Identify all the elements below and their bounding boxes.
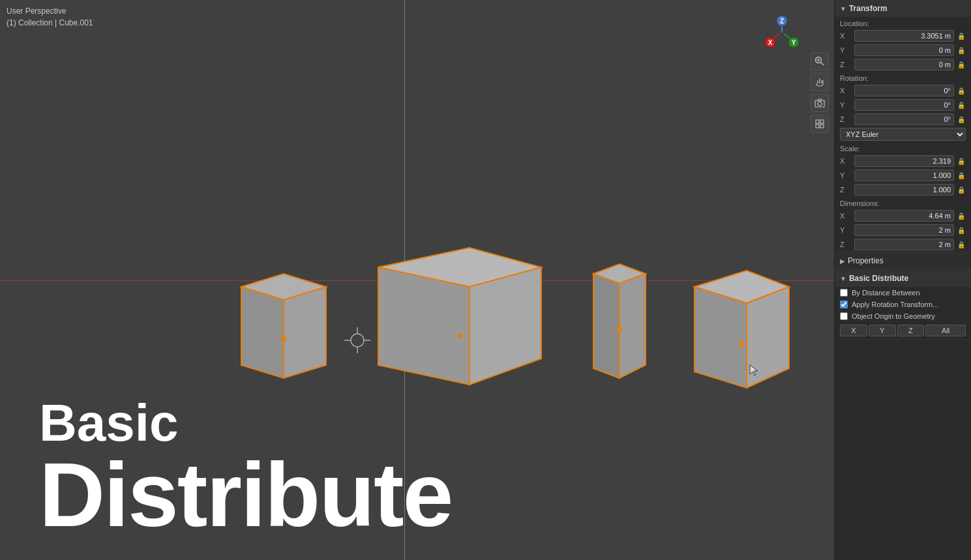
dim-y-label: Y [840, 226, 852, 234]
all-button[interactable]: All [925, 325, 966, 336]
dim-x-input[interactable] [854, 210, 954, 222]
scale-x-row: X 🔒 [835, 154, 971, 168]
svg-line-24 [821, 63, 824, 66]
dim-z-lock: 🔒 [957, 241, 966, 248]
scale-y-label: Y [840, 171, 852, 179]
scale-label: Scale: [835, 142, 971, 154]
svg-line-41 [784, 34, 790, 38]
location-y-input[interactable] [854, 44, 954, 56]
nav-icons-panel [811, 52, 829, 133]
location-y-row: Y 🔒 [835, 43, 971, 57]
location-x-input[interactable] [854, 30, 954, 42]
cube1[interactable] [241, 274, 326, 378]
svg-rect-32 [816, 125, 819, 128]
svg-marker-4 [284, 287, 326, 378]
objects-container [0, 0, 834, 560]
basic-distribute-header[interactable]: ▼ Basic Distribute [835, 270, 971, 287]
rotation-y-row: Y 🔒 [835, 98, 971, 112]
svg-text:Y: Y [792, 39, 796, 46]
scale-x-lock: 🔒 [957, 158, 966, 165]
origin-to-geometry-row: Object Origin to Geometry [835, 310, 971, 322]
scale-x-input[interactable] [854, 155, 954, 167]
transform-section: ▼ Transform Location: X 🔒 Y 🔒 Z 🔒 Rotati… [835, 0, 971, 252]
3d-cursor [344, 327, 370, 353]
scale-y-lock: 🔒 [957, 172, 966, 179]
svg-marker-15 [695, 287, 747, 388]
svg-marker-3 [241, 287, 284, 378]
apply-rotation-checkbox[interactable] [840, 301, 848, 308]
rotation-x-row: X 🔒 [835, 83, 971, 98]
cubes-svg [0, 39, 834, 482]
scale-z-label: Z [840, 186, 852, 194]
axis-gizmo[interactable]: Z Y X [762, 13, 801, 52]
apply-rotation-row: Apply Rotation Transform... [835, 299, 971, 310]
cube4[interactable] [695, 271, 789, 388]
rotation-z-row: Z 🔒 [835, 112, 971, 126]
dimensions-label: Dimensions: [835, 197, 971, 209]
properties-section: ▶ Properties [835, 252, 971, 270]
dim-y-row: Y 🔒 [835, 223, 971, 237]
camera-icon[interactable] [811, 94, 829, 112]
location-x-row: X 🔒 [835, 29, 971, 43]
svg-rect-33 [820, 125, 824, 128]
cube2[interactable] [378, 248, 541, 385]
rot-z-lock: 🔒 [957, 116, 966, 123]
scale-z-row: Z 🔒 [835, 183, 971, 197]
z-button[interactable]: Z [897, 325, 925, 336]
svg-rect-31 [820, 120, 824, 123]
scale-y-input[interactable] [854, 169, 954, 181]
transform-label: Transform [849, 4, 888, 13]
rotation-x-input[interactable] [854, 85, 954, 96]
dim-x-lock: 🔒 [957, 213, 966, 220]
scale-y-row: Y 🔒 [835, 168, 971, 183]
scale-x-label: X [840, 157, 852, 165]
grid-view-icon[interactable] [811, 115, 829, 133]
dim-y-input[interactable] [854, 224, 954, 236]
svg-line-42 [774, 34, 780, 38]
properties-header[interactable]: ▶ Properties [835, 252, 971, 269]
dim-x-row: X 🔒 [835, 209, 971, 223]
loc-y-label: Y [840, 46, 852, 54]
svg-marker-7 [378, 267, 470, 385]
transform-header[interactable]: ▼ Transform [835, 0, 971, 17]
location-z-input[interactable] [854, 59, 954, 70]
svg-marker-8 [470, 267, 541, 385]
origin-to-geometry-checkbox[interactable] [840, 312, 848, 320]
hand-icon[interactable] [811, 73, 829, 91]
svg-text:Z: Z [780, 18, 784, 25]
right-panel: ▼ Transform Location: X 🔒 Y 🔒 Z 🔒 Rotati… [834, 0, 971, 560]
bd-arrow: ▼ [840, 275, 846, 282]
dim-z-input[interactable] [854, 239, 954, 250]
rotation-y-input[interactable] [854, 99, 954, 111]
svg-point-13 [617, 327, 622, 332]
loc-x-label: X [840, 32, 852, 40]
scale-z-input[interactable] [854, 184, 954, 196]
cube3[interactable] [593, 264, 646, 378]
svg-marker-11 [593, 274, 620, 378]
svg-point-17 [739, 342, 744, 347]
svg-point-28 [818, 102, 822, 106]
y-button[interactable]: Y [869, 325, 896, 336]
by-distance-checkbox[interactable] [840, 289, 848, 297]
dim-z-label: Z [840, 241, 852, 248]
location-z-row: Z 🔒 [835, 57, 971, 72]
euler-row: XYZ Euler [835, 126, 971, 142]
dim-z-row: Z 🔒 [835, 237, 971, 252]
rot-y-lock: 🔒 [957, 102, 966, 109]
properties-arrow: ▶ [840, 258, 845, 265]
dim-x-label: X [840, 212, 852, 220]
svg-point-5 [281, 336, 286, 342]
viewport[interactable]: User Perspective (1) Collection | Cube.0… [0, 0, 834, 560]
dim-y-lock: 🔒 [957, 227, 966, 234]
euler-select[interactable]: XYZ Euler [840, 128, 966, 141]
zoom-icon[interactable] [811, 52, 829, 70]
basic-distribute-label: Basic Distribute [849, 274, 908, 283]
x-button[interactable]: X [840, 325, 867, 336]
rot-x-lock: 🔒 [957, 87, 966, 95]
svg-marker-16 [747, 287, 789, 388]
loc-y-lock: 🔒 [957, 47, 966, 54]
rot-x-label: X [840, 87, 852, 95]
svg-text:X: X [768, 39, 773, 46]
by-distance-label: By Distance Between [852, 289, 920, 297]
rotation-z-input[interactable] [854, 113, 954, 125]
